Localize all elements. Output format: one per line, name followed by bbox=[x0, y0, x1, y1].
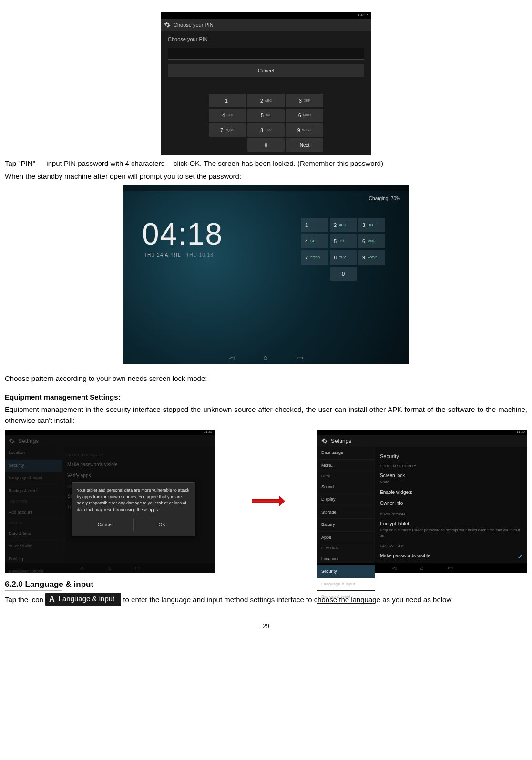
key-7[interactable]: 7PQRS bbox=[209, 123, 246, 137]
settings-sidebar: Location Security Language & input Backu… bbox=[5, 447, 62, 563]
sidebar-item-security[interactable]: Security bbox=[5, 460, 62, 472]
main-item[interactable]: Make passwords visible✔ bbox=[380, 550, 522, 561]
title-text: Settings bbox=[18, 437, 39, 445]
nav-bar: ◅ ⌂ ▭ bbox=[5, 563, 215, 573]
main-item[interactable]: Enable widgets bbox=[380, 487, 522, 498]
sidebar-item[interactable]: Accessibility bbox=[5, 540, 62, 553]
settings-main: Security SCREEN SECURITY Screen lockNone… bbox=[375, 447, 527, 563]
key-0[interactable]: 0 bbox=[330, 267, 357, 281]
heading-equipment: Equipment management Settings: bbox=[5, 392, 527, 403]
back-icon[interactable]: ◅ bbox=[79, 564, 83, 572]
sidebar-item[interactable]: Battery bbox=[317, 519, 375, 532]
pin-input[interactable] bbox=[168, 48, 364, 60]
gear-icon bbox=[9, 438, 15, 444]
key-0[interactable]: 0 bbox=[247, 138, 285, 152]
back-icon[interactable]: ◅ bbox=[392, 564, 396, 572]
key-9[interactable]: 9WXYZ bbox=[286, 123, 323, 137]
heading-language-input: 6.2.0 Language & input bbox=[5, 578, 527, 591]
sidebar-item[interactable]: Apps bbox=[317, 532, 375, 544]
main-item[interactable]: Make passwords visible bbox=[67, 459, 210, 470]
key-1[interactable]: 1 bbox=[209, 94, 246, 107]
key-7[interactable]: 7PQRS bbox=[301, 250, 328, 265]
sidebar-item[interactable]: Backup & reset bbox=[317, 591, 375, 604]
recents-icon[interactable]: ▭ bbox=[135, 564, 140, 572]
charging-label: Charging, 70% bbox=[369, 195, 400, 202]
settings-body: Data usage More... DEVICE Sound Display … bbox=[317, 447, 527, 563]
main-heading: Security bbox=[380, 452, 522, 461]
paragraph-5: Tap the icon A Language & input to enter… bbox=[5, 594, 527, 607]
key-3[interactable]: 3DEF bbox=[286, 94, 323, 107]
title-text: Choose your PIN bbox=[174, 21, 214, 29]
sidebar-item[interactable]: More... bbox=[317, 460, 375, 472]
key-9[interactable]: 9WXYZ bbox=[358, 250, 385, 265]
key-5[interactable]: 5JKL bbox=[330, 234, 357, 248]
clock-time: 04:18 bbox=[142, 211, 223, 257]
sidebar-item[interactable]: About tablet bbox=[5, 578, 62, 591]
gear-icon bbox=[164, 21, 171, 28]
key-blank-2 bbox=[358, 267, 385, 281]
title-bar: Choose your PIN bbox=[161, 19, 371, 31]
sidebar-item[interactable]: Display bbox=[317, 493, 375, 506]
screenshot-lockscreen: Charging, 70% 04:18 THU 24 APRIL THU 10:… bbox=[123, 185, 409, 364]
key-6[interactable]: 6MNO bbox=[358, 234, 385, 248]
key-4[interactable]: 4GHI bbox=[301, 234, 328, 248]
key-1[interactable]: 1 bbox=[301, 218, 328, 232]
home-icon[interactable]: ⌂ bbox=[263, 352, 267, 362]
choose-pin-label: Choose your PIN bbox=[161, 31, 371, 48]
status-bar: 11:25 bbox=[317, 430, 527, 435]
sidebar-item-security[interactable]: Security bbox=[317, 565, 375, 578]
sidebar-item[interactable]: Language & input bbox=[317, 578, 375, 591]
paragraph-1: Tap "PIN" — input PIN password with 4 ch… bbox=[5, 158, 527, 169]
sidebar-section: SYSTEM bbox=[5, 519, 62, 528]
main-item[interactable]: Encrypt tabletRequire a numeric PIN or p… bbox=[380, 518, 522, 541]
main-section: PASSWORDS bbox=[380, 544, 522, 549]
key-next[interactable]: Next bbox=[286, 138, 323, 152]
paragraph-4: Equipment management in the security int… bbox=[5, 404, 527, 426]
key-4[interactable]: 4GHI bbox=[209, 109, 246, 122]
pin-keypad: 1 2ABC 3DEF 4GHI 5JKL 6MNO 7PQRS 8TUV 9W… bbox=[209, 94, 323, 152]
nav-bar: ◅ ⌂ ▭ bbox=[123, 352, 409, 362]
title-bar: Settings bbox=[5, 435, 215, 447]
sidebar-item[interactable]: Storage bbox=[317, 506, 375, 519]
key-5[interactable]: 5JKL bbox=[247, 109, 285, 122]
main-section: ENCRYPTION bbox=[380, 512, 522, 517]
sidebar-item[interactable]: Add account bbox=[5, 506, 62, 519]
dialog-ok-button[interactable]: OK bbox=[134, 518, 191, 531]
key-3[interactable]: 3DEF bbox=[358, 218, 385, 232]
dialog-cancel-button[interactable]: Cancel bbox=[77, 518, 134, 531]
key-2[interactable]: 2ABC bbox=[247, 94, 285, 107]
paragraph-2: When the standby machine after open will… bbox=[5, 171, 527, 182]
main-item[interactable]: Owner info bbox=[380, 498, 522, 509]
sidebar-item[interactable]: Language & input bbox=[5, 472, 62, 485]
clock-date: THU 24 APRIL THU 10:18 bbox=[144, 251, 214, 258]
arrow-icon bbox=[252, 495, 280, 507]
key-8[interactable]: 8TUV bbox=[247, 123, 285, 137]
key-6[interactable]: 6MNO bbox=[286, 109, 323, 122]
confirm-dialog: Your tablet and personal data are more v… bbox=[72, 482, 195, 536]
sidebar-item[interactable]: Backup & reset bbox=[5, 485, 62, 498]
sidebar-item[interactable]: Location bbox=[317, 553, 375, 566]
back-icon[interactable]: ◅ bbox=[229, 352, 235, 362]
gear-icon bbox=[321, 438, 328, 444]
main-item[interactable]: Verify apps bbox=[67, 470, 210, 481]
home-icon[interactable]: ⌂ bbox=[107, 564, 111, 572]
sidebar-item[interactable]: Location bbox=[5, 447, 62, 460]
status-bar bbox=[123, 185, 409, 191]
cancel-button[interactable]: Cancel bbox=[168, 64, 364, 77]
dialog-text: Your tablet and personal data are more v… bbox=[77, 487, 190, 513]
main-item-screen-lock[interactable]: Screen lockNone bbox=[380, 470, 522, 487]
main-section: SCREEN SECURITY bbox=[67, 452, 210, 458]
key-8[interactable]: 8TUV bbox=[330, 250, 357, 265]
screenshot-settings-security: 11:25 Settings Data usage More... DEVICE… bbox=[317, 430, 527, 573]
screenshot-pin-entry: 04:17 Choose your PIN Choose your PIN Ca… bbox=[161, 12, 371, 155]
sidebar-section: PERSONAL bbox=[317, 544, 375, 553]
lock-keypad: 1 2ABC 3DEF 4GHI 5JKL 6MNO 7PQRS 8TUV 9W… bbox=[301, 218, 385, 281]
sidebar-item[interactable]: Sound bbox=[317, 481, 375, 494]
sidebar-item[interactable]: Date & time bbox=[5, 528, 62, 541]
key-2[interactable]: 2ABC bbox=[330, 218, 357, 232]
home-icon[interactable]: ⌂ bbox=[420, 564, 423, 572]
screenshot-settings-dialog: 11:25 Settings Location Security Languag… bbox=[5, 430, 215, 573]
recents-icon[interactable]: ▭ bbox=[297, 352, 303, 362]
recents-icon[interactable]: ▭ bbox=[448, 564, 453, 572]
sidebar-item[interactable]: Data usage bbox=[317, 447, 375, 460]
